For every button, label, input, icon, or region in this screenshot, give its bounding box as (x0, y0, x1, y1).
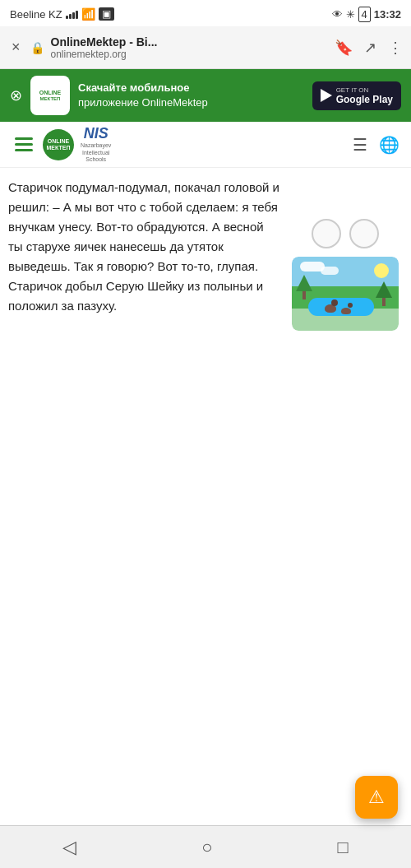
app-banner: ⊗ ONLINE МЕКТЕП Скачайте мобильное прило… (0, 69, 411, 122)
duck-2 (341, 308, 351, 314)
site-header-left: ONLINE МЕКТЕП NIS NazarbayevIntellectual… (12, 125, 111, 163)
recent-apps-button[interactable]: □ (321, 829, 365, 866)
next-circle-button[interactable] (349, 219, 379, 248)
bluetooth-icon: ✳ (346, 8, 355, 21)
recording-icon: ▣ (99, 7, 114, 21)
nis-logo: NIS NazarbayevIntellectualSchools (81, 125, 111, 163)
site-logo: ONLINE МЕКТЕП (43, 129, 74, 160)
sun-decoration (374, 263, 389, 278)
browser-address[interactable]: OnlineMektep - Bi... onlinemektep.org (51, 35, 328, 60)
home-button[interactable]: ○ (185, 829, 229, 866)
lock-icon: 🔒 (30, 41, 44, 54)
battery-icon: 4 (358, 7, 371, 22)
story-text: Старичок подумал-подумал, покачал голово… (8, 178, 279, 316)
browser-close-button[interactable]: × (8, 35, 24, 59)
nav-circles (312, 219, 379, 248)
banner-logo-mekter: МЕКТЕП (40, 96, 61, 101)
bookmark-icon[interactable]: 🔖 (335, 39, 353, 57)
text-column: Старичок подумал-подумал, покачал голово… (8, 178, 279, 331)
banner-text: Скачайте мобильное приложение OnlineMekt… (78, 81, 304, 110)
duck-1 (325, 304, 336, 313)
carrier-info: Beeline KZ 📶 ▣ (10, 7, 114, 21)
signal-icon (66, 9, 78, 19)
browser-title: OnlineMektep - Bi... (51, 35, 328, 49)
site-header-right: ☰ 🌐 (353, 135, 399, 155)
right-column (288, 178, 403, 331)
hamburger-menu[interactable] (12, 134, 36, 155)
wifi-icon: 📶 (81, 7, 95, 21)
tree-left (296, 275, 312, 299)
browser-actions: 🔖 ↗ ⋮ (335, 39, 403, 57)
banner-logo: ONLINE МЕКТЕП (30, 76, 70, 115)
tree-right (376, 281, 392, 306)
bottom-navigation: ◁ ○ □ (0, 825, 411, 868)
google-play-small: GET IT ON (336, 86, 393, 94)
google-play-button[interactable]: GET IT ON Google Play (312, 81, 401, 110)
site-logo-text: ONLINE МЕКТЕП (47, 138, 71, 151)
browser-url: onlinemektep.org (51, 49, 328, 60)
eye-icon: 👁 (332, 8, 343, 21)
list-view-icon[interactable]: ☰ (353, 135, 367, 155)
banner-logo-online: ONLINE (39, 90, 61, 96)
prev-circle-button[interactable] (312, 219, 341, 248)
nis-brand: NIS (84, 125, 109, 142)
story-image (292, 257, 399, 331)
share-icon[interactable]: ↗ (364, 39, 376, 57)
globe-icon[interactable]: 🌐 (379, 135, 399, 155)
browser-bar: × 🔒 OnlineMektep - Bi... onlinemektep.or… (0, 26, 411, 69)
status-right: 👁 ✳ 4 13:32 (332, 7, 401, 22)
more-menu-icon[interactable]: ⋮ (388, 39, 403, 57)
nis-sub: NazarbayevIntellectualSchools (81, 142, 111, 163)
time-display: 13:32 (374, 8, 401, 21)
main-content: Старичок подумал-подумал, покачал голово… (0, 168, 411, 341)
google-play-text: GET IT ON Google Play (336, 86, 393, 105)
banner-close-button[interactable]: ⊗ (10, 86, 22, 104)
google-play-large: Google Play (336, 94, 393, 105)
story-image-inner (292, 257, 399, 331)
status-bar: Beeline KZ 📶 ▣ 👁 ✳ 4 13:32 (0, 0, 411, 26)
site-header: ONLINE МЕКТЕП NIS NazarbayevIntellectual… (0, 122, 411, 168)
carrier-name: Beeline KZ (10, 8, 62, 21)
back-button[interactable]: ◁ (46, 829, 93, 866)
alert-fab-button[interactable]: ⚠ (355, 776, 398, 819)
cloud-decoration-2 (321, 267, 339, 275)
banner-text-line1: Скачайте мобильное (78, 81, 304, 95)
banner-text-line2: приложение OnlineMektep (78, 96, 208, 109)
play-icon (321, 89, 332, 102)
alert-icon: ⚠ (368, 787, 385, 808)
